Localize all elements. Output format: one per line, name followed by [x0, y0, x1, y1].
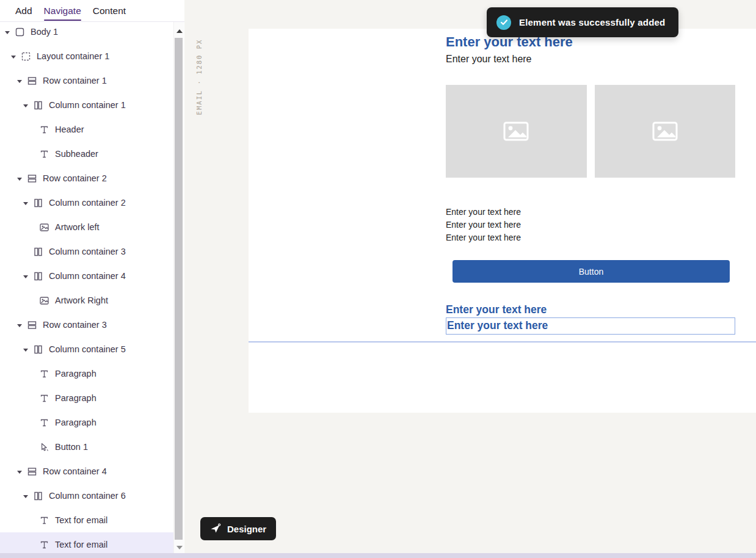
email-paragraph[interactable]: Enter your text here — [446, 231, 521, 244]
tree-item-label: Artwork left — [55, 222, 100, 232]
toast-message: Element was successfully added — [519, 17, 665, 27]
layers-sidebar: AddNavigateContent Body 1 Layout contain… — [0, 0, 184, 553]
column-container-icon — [33, 271, 43, 281]
email-subheader-text[interactable]: Enter your text here — [446, 54, 532, 65]
tree-item-label: Row container 1 — [43, 76, 107, 85]
tree-item-row-container-2[interactable]: Row container 2 — [0, 166, 173, 190]
text-icon — [39, 125, 49, 135]
tree-item-subheader[interactable]: Subheader — [0, 142, 173, 166]
image-placeholder-icon — [503, 121, 529, 141]
tab-navigate[interactable]: Navigate — [44, 0, 81, 22]
text-icon — [39, 515, 49, 526]
designer-button-label: Designer — [227, 524, 266, 534]
tree-item-label: Header — [55, 125, 84, 134]
caret-down-icon[interactable] — [11, 56, 16, 59]
email-paragraph[interactable]: Enter your text here — [446, 206, 521, 219]
app-window: EMAIL · 1280 PX Enter your text here Ent… — [0, 0, 756, 558]
tree-item-artwork-left[interactable]: Artwork left — [0, 215, 173, 239]
tree-item-label: Column container 6 — [49, 491, 126, 501]
image-placeholder-icon — [652, 121, 678, 141]
tree-item-label: Text for email — [55, 515, 107, 525]
tree-item-column-container-6[interactable]: Column container 6 — [0, 484, 173, 508]
tree-item-label: Layout container 1 — [37, 51, 109, 61]
tree-item-paragraph[interactable]: Paragraph — [0, 386, 173, 410]
tree-item-label: Body 1 — [31, 27, 58, 37]
tree-item-paragraph[interactable]: Paragraph — [0, 410, 173, 435]
send-icon — [210, 523, 221, 534]
caret-down-icon[interactable] — [23, 104, 28, 107]
tree-item-button-1[interactable]: Button 1 — [0, 435, 173, 459]
scroll-down-arrow-icon[interactable] — [176, 546, 183, 549]
tree-item-label: Column container 2 — [49, 198, 126, 208]
tree-item-row-container-4[interactable]: Row container 4 — [0, 459, 173, 484]
column-container-icon — [33, 344, 43, 355]
tree-item-label: Row container 4 — [43, 466, 107, 476]
tree-item-column-container-1[interactable]: Column container 1 — [0, 93, 173, 117]
email-footer-text-1[interactable]: Enter your text here — [446, 303, 547, 316]
tree-item-layout-container-1[interactable]: Layout container 1 — [0, 44, 173, 68]
caret-down-icon[interactable] — [17, 178, 22, 181]
button-icon — [39, 442, 49, 452]
caret-down-icon[interactable] — [17, 471, 22, 474]
tree-item-artwork-right[interactable]: Artwork Right — [0, 288, 173, 313]
image-placeholder[interactable] — [446, 85, 587, 178]
tree-item-label: Button 1 — [55, 442, 88, 452]
caret-down-icon[interactable] — [23, 275, 28, 278]
tree-item-column-container-2[interactable]: Column container 2 — [0, 190, 173, 215]
email-footer-text-2-selected[interactable]: Enter your text here — [446, 317, 735, 335]
body-icon — [15, 27, 25, 37]
email-button[interactable]: Button — [453, 260, 730, 283]
paragraph-block: Enter your text hereEnter your text here… — [446, 206, 521, 244]
caret-down-icon[interactable] — [5, 31, 10, 34]
tree-item-text-for-email[interactable]: Text for email — [0, 508, 173, 532]
tab-add[interactable]: Add — [15, 0, 32, 22]
image-icon — [39, 295, 49, 306]
caret-down-icon[interactable] — [23, 202, 28, 205]
layer-tree: Body 1 Layout container 1 Row container … — [0, 20, 173, 557]
window-bottom-edge — [0, 553, 756, 558]
row-container-icon — [27, 466, 37, 477]
sidebar-tabs: AddNavigateContent — [15, 0, 126, 22]
caret-down-icon[interactable] — [23, 495, 28, 498]
image-icon — [39, 222, 49, 233]
tree-item-row-container-1[interactable]: Row container 1 — [0, 68, 173, 93]
tree-item-label: Column container 1 — [49, 100, 126, 110]
column-container-icon — [33, 100, 43, 111]
tree-item-column-container-5[interactable]: Column container 5 — [0, 337, 173, 361]
row-container-icon — [27, 173, 37, 184]
tree-item-label: Text for email — [55, 540, 107, 549]
tree-item-column-container-4[interactable]: Column container 4 — [0, 264, 173, 288]
tree-item-column-container-3[interactable]: Column container 3 — [0, 239, 173, 264]
tree-item-header[interactable]: Header — [0, 117, 173, 142]
tree-item-label: Column container 4 — [49, 271, 126, 281]
tree-item-label: Row container 3 — [43, 320, 107, 330]
tree-item-label: Column container 5 — [49, 344, 126, 354]
text-icon — [39, 393, 49, 404]
toast-notification: Element was successfully added — [487, 7, 678, 37]
image-placeholder[interactable] — [595, 85, 736, 178]
layout-container-icon — [21, 51, 31, 62]
text-icon — [39, 149, 49, 159]
tree-item-label: Subheader — [55, 149, 98, 159]
sidebar-scrollbar-thumb[interactable] — [175, 38, 183, 540]
tree-item-label: Row container 2 — [43, 173, 107, 183]
designer-button[interactable]: Designer — [200, 517, 276, 540]
caret-down-icon[interactable] — [17, 324, 22, 327]
tab-content[interactable]: Content — [93, 0, 126, 22]
tree-item-body-1[interactable]: Body 1 — [0, 20, 173, 44]
tree-item-label: Paragraph — [55, 369, 96, 379]
text-icon — [39, 369, 49, 379]
tree-item-label: Paragraph — [55, 393, 96, 403]
caret-down-icon[interactable] — [23, 349, 28, 352]
caret-down-icon[interactable] — [17, 80, 22, 83]
scroll-up-arrow-icon[interactable] — [176, 29, 183, 33]
tree-item-label: Column container 3 — [49, 247, 126, 256]
image-placeholder-row — [446, 85, 735, 178]
canvas-size-ruler-label: EMAIL · 1280 PX — [195, 37, 203, 117]
email-paragraph[interactable]: Enter your text here — [446, 219, 521, 231]
text-icon — [39, 418, 49, 428]
tree-item-paragraph[interactable]: Paragraph — [0, 361, 173, 386]
email-canvas[interactable]: Enter your text here Enter your text her… — [249, 29, 756, 413]
tree-item-row-container-3[interactable]: Row container 3 — [0, 313, 173, 337]
text-icon — [39, 540, 49, 550]
